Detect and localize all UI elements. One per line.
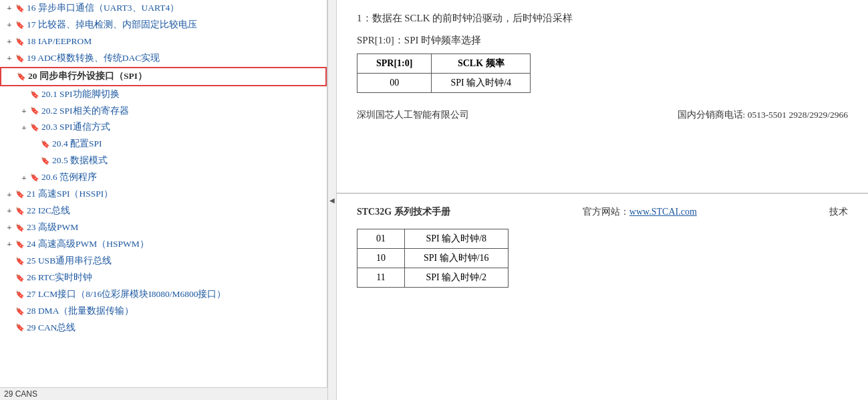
bookmark-icon-item-20-6: 🔖	[30, 172, 39, 183]
right-top-section: 1：数据在 SCLK 的前时钟沿驱动，后时钟沿采样 SPR[1:0]：SPI 时…	[337, 0, 868, 194]
table-cell: 11	[357, 268, 405, 288]
expand-icon-item-16[interactable]: +	[4, 1, 15, 15]
item-label-item-25: 25 USB通用串行总线	[27, 254, 112, 268]
right-bottom-section: STC32G 系列技术手册 官方网站：www.STCAI.com 技术 01SP…	[337, 194, 868, 388]
item-label-item-20-6: 20.6 范例程序	[41, 171, 97, 185]
bookmark-icon-item-20-5: 🔖	[41, 155, 50, 167]
collapse-arrow-icon: ◀	[329, 197, 335, 204]
tree-item-item-20-5[interactable]: 🔖20.5 数据模式	[0, 153, 327, 169]
bookmark-icon-item-22: 🔖	[15, 205, 25, 217]
spr-title: SPR[1:0]：SPI 时钟频率选择	[357, 34, 848, 47]
tree-item-item-27[interactable]: 🔖27 LCM接口（8/16位彩屏模块I8080/M6800接口）	[0, 286, 327, 303]
bookmark-icon-item-21: 🔖	[15, 189, 25, 200]
expand-icon-item-23[interactable]: +	[4, 221, 15, 234]
bookmark-icon-item-19: 🔖	[15, 53, 25, 64]
item-label-item-17: 17 比较器、掉电检测、内部固定比较电压	[27, 18, 197, 32]
bookmark-icon-item-23: 🔖	[15, 222, 25, 233]
tree-item-item-20[interactable]: 🔖20 同步串行外设接口（SPI）	[0, 67, 327, 86]
bookmark-icon-item-20-1: 🔖	[30, 89, 39, 100]
item-label-item-20-3: 20.3 SPI通信方式	[41, 120, 110, 134]
item-label-item-23: 23 高级PWM	[27, 221, 78, 235]
tree-item-item-28[interactable]: 🔖28 DMA（批量数据传输）	[0, 303, 327, 320]
tree-item-item-20-2[interactable]: +🔖20.2 SPI相关的寄存器	[0, 103, 327, 120]
tree-item-item-19[interactable]: +🔖19 ADC模数转换、传统DAC实现	[0, 50, 327, 67]
expand-icon-item-20-2[interactable]: +	[19, 104, 29, 118]
website-link[interactable]: www.STCAI.com	[629, 207, 697, 217]
spr-table-top: SPR[1:0] SCLK 频率 00SPI 输入时钟/4	[357, 54, 531, 93]
bookmark-icon-item-20-4: 🔖	[41, 138, 50, 150]
bookmark-icon-item-28: 🔖	[15, 306, 25, 317]
item-label-item-16: 16 异步串口通信（UART3、UART4）	[27, 1, 179, 15]
bookmark-icon-item-18: 🔖	[15, 36, 25, 47]
item-label-item-20-4: 20.4 配置SPI	[52, 137, 102, 151]
item-label-item-19: 19 ADC模数转换、传统DAC实现	[27, 52, 160, 66]
item-label-item-24: 24 高速高级PWM（HSPWM）	[27, 237, 149, 252]
item-label-item-21: 21 高速SPI（HSSPI）	[27, 187, 113, 201]
item-label-item-18: 18 IAP/EEPROM	[27, 35, 92, 49]
tree-item-item-26[interactable]: 🔖26 RTC实时时钟	[0, 270, 327, 286]
right-content-panel: 1：数据在 SCLK 的前时钟沿驱动，后时钟沿采样 SPR[1:0]：SPI 时…	[337, 0, 868, 400]
expand-icon-item-19[interactable]: +	[4, 52, 15, 65]
item-label-item-22: 22 I2C总线	[27, 204, 70, 218]
status-text: 29 CANS	[4, 389, 37, 399]
expand-icon-item-22[interactable]: +	[4, 204, 15, 217]
item-label-item-27: 27 LCM接口（8/16位彩屏模块I8080/M6800接口）	[27, 288, 226, 302]
item-label-item-26: 26 RTC实时时钟	[27, 271, 92, 285]
spr-col-header-1: SCLK 频率	[432, 54, 531, 74]
tree-item-item-23[interactable]: +🔖23 高级PWM	[0, 219, 327, 236]
table-cell: 01	[357, 229, 405, 249]
bookmark-icon-item-25: 🔖	[15, 256, 25, 267]
expand-icon-item-20-3[interactable]: +	[19, 121, 29, 134]
table-cell: SPI 输入时钟/4	[432, 74, 531, 93]
item-label-item-20-5: 20.5 数据模式	[52, 154, 108, 168]
expand-icon-item-20-6[interactable]: +	[19, 171, 29, 185]
tree-item-item-20-4[interactable]: 🔖20.4 配置SPI	[0, 136, 327, 153]
item-label-item-28: 28 DMA（批量数据传输）	[27, 304, 134, 318]
bookmark-icon-item-27: 🔖	[15, 289, 25, 300]
expand-icon-item-17[interactable]: +	[4, 18, 15, 31]
tree-item-item-20-1[interactable]: 🔖20.1 SPI功能脚切换	[0, 86, 327, 103]
tree-item-item-20-3[interactable]: +🔖20.3 SPI通信方式	[0, 119, 327, 136]
collapse-handle[interactable]: ◀	[327, 0, 337, 400]
tree-item-item-16[interactable]: +🔖16 异步串口通信（UART3、UART4）	[0, 0, 327, 17]
table-cell: SPI 输入时钟/16	[405, 249, 509, 268]
tree-item-item-29[interactable]: 🔖29 CAN总线	[0, 320, 327, 336]
bookmark-icon-item-20-2: 🔖	[30, 105, 39, 116]
tree-item-item-22[interactable]: +🔖22 I2C总线	[0, 203, 327, 219]
item-label-item-20: 20 同步串行外设接口（SPI）	[28, 70, 147, 84]
bookmark-icon-item-16: 🔖	[15, 3, 25, 14]
tree-item-item-20-6[interactable]: +🔖20.6 范例程序	[0, 169, 327, 186]
tree-item-item-25[interactable]: 🔖25 USB通用串行总线	[0, 253, 327, 270]
spr-table-bottom: 01SPI 输入时钟/810SPI 输入时钟/1611SPI 输入时钟/2	[357, 229, 509, 288]
manual-title: STC32G 系列技术手册	[357, 206, 450, 218]
bookmark-icon-item-20-3: 🔖	[30, 122, 39, 133]
expand-icon-item-18[interactable]: +	[4, 35, 15, 48]
tree-item-item-21[interactable]: +🔖21 高速SPI（HSSPI）	[0, 186, 327, 203]
bookmark-icon-item-20: 🔖	[17, 71, 26, 82]
company-name: 深圳国芯人工智能有限公司	[357, 109, 469, 121]
item-label-item-20-2: 20.2 SPI相关的寄存器	[41, 104, 129, 118]
distributor-phone: 国内分销商电话: 0513-5501 2928/2929/2966	[678, 109, 849, 121]
item-label-item-20-1: 20.1 SPI功能脚切换	[41, 88, 120, 102]
bookmark-icon-item-29: 🔖	[15, 322, 25, 333]
tree-item-item-18[interactable]: +🔖18 IAP/EEPROM	[0, 33, 327, 50]
expand-icon-item-21[interactable]: +	[4, 188, 15, 201]
footer-company-line: 深圳国芯人工智能有限公司 国内分销商电话: 0513-5501 2928/292…	[357, 109, 848, 121]
table-cell: 10	[357, 249, 405, 268]
bookmark-icon-item-24: 🔖	[15, 239, 25, 250]
table-cell: SPI 输入时钟/2	[405, 268, 509, 288]
bookmark-icon-item-26: 🔖	[15, 272, 25, 284]
expand-icon-item-24[interactable]: +	[4, 237, 15, 251]
table-cell: SPI 输入时钟/8	[405, 229, 509, 249]
item-label-item-29: 29 CAN总线	[27, 321, 76, 335]
tree-item-item-17[interactable]: +🔖17 比较器、掉电检测、内部固定比较电压	[0, 17, 327, 33]
status-bar: 29 CANS	[0, 387, 327, 400]
spr-col-header-0: SPR[1:0]	[357, 54, 432, 74]
tech-label: 技术	[829, 206, 848, 218]
table-cell: 00	[357, 74, 432, 93]
tree-item-item-24[interactable]: +🔖24 高速高级PWM（HSPWM）	[0, 236, 327, 253]
left-tree-panel[interactable]: +🔖16 异步串口通信（UART3、UART4）+🔖17 比较器、掉电检测、内部…	[0, 0, 327, 400]
manual-header-line: STC32G 系列技术手册 官方网站：www.STCAI.com 技术	[357, 206, 848, 218]
bookmark-icon-item-17: 🔖	[15, 19, 25, 31]
sclk-description: 1：数据在 SCLK 的前时钟沿驱动，后时钟沿采样	[357, 12, 848, 25]
